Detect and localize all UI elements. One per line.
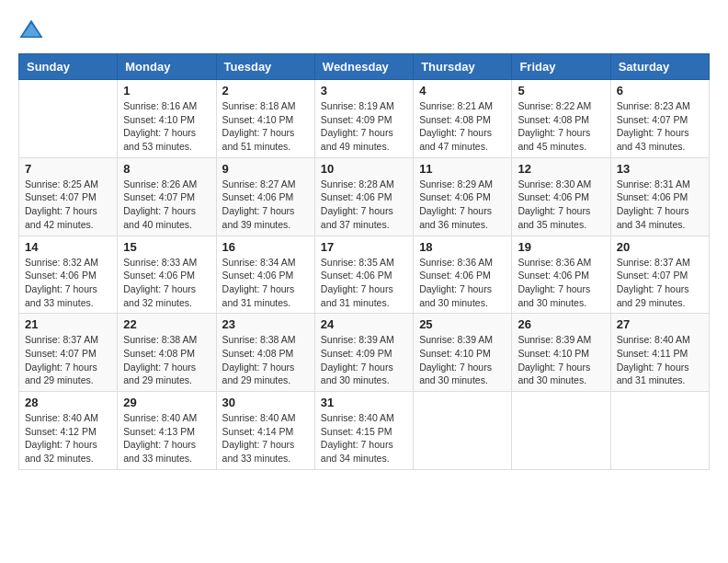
day-number: 2 bbox=[222, 84, 309, 98]
calendar-cell: 7Sunrise: 8:25 AM Sunset: 4:07 PM Daylig… bbox=[19, 157, 118, 236]
calendar-cell: 8Sunrise: 8:26 AM Sunset: 4:07 PM Daylig… bbox=[118, 157, 216, 236]
day-number: 24 bbox=[321, 317, 407, 331]
day-info: Sunrise: 8:26 AM Sunset: 4:07 PM Dayligh… bbox=[123, 178, 210, 232]
day-number: 18 bbox=[419, 240, 506, 254]
calendar-cell: 24Sunrise: 8:39 AM Sunset: 4:09 PM Dayli… bbox=[314, 314, 413, 392]
day-info: Sunrise: 8:29 AM Sunset: 4:06 PM Dayligh… bbox=[419, 178, 506, 232]
calendar-cell bbox=[414, 392, 512, 470]
calendar-cell: 29Sunrise: 8:40 AM Sunset: 4:13 PM Dayli… bbox=[118, 392, 216, 470]
week-row-2: 7Sunrise: 8:25 AM Sunset: 4:07 PM Daylig… bbox=[19, 157, 710, 236]
day-number: 15 bbox=[123, 240, 210, 254]
day-number: 5 bbox=[518, 84, 604, 98]
day-info: Sunrise: 8:39 AM Sunset: 4:10 PM Dayligh… bbox=[518, 333, 604, 387]
calendar-cell: 28Sunrise: 8:40 AM Sunset: 4:12 PM Dayli… bbox=[19, 392, 118, 470]
day-info: Sunrise: 8:25 AM Sunset: 4:07 PM Dayligh… bbox=[25, 178, 111, 232]
day-number: 1 bbox=[123, 84, 210, 98]
col-header-sunday: Sunday bbox=[19, 54, 118, 80]
day-number: 28 bbox=[25, 396, 111, 409]
calendar-cell: 5Sunrise: 8:22 AM Sunset: 4:08 PM Daylig… bbox=[512, 80, 610, 158]
day-info: Sunrise: 8:37 AM Sunset: 4:07 PM Dayligh… bbox=[25, 333, 111, 387]
col-header-tuesday: Tuesday bbox=[216, 54, 314, 80]
day-info: Sunrise: 8:27 AM Sunset: 4:06 PM Dayligh… bbox=[222, 178, 309, 232]
week-row-3: 14Sunrise: 8:32 AM Sunset: 4:06 PM Dayli… bbox=[19, 236, 710, 314]
day-number: 20 bbox=[617, 240, 703, 254]
day-info: Sunrise: 8:18 AM Sunset: 4:10 PM Dayligh… bbox=[222, 99, 309, 154]
day-info: Sunrise: 8:35 AM Sunset: 4:06 PM Dayligh… bbox=[321, 256, 407, 310]
calendar-table: SundayMondayTuesdayWednesdayThursdayFrid… bbox=[18, 53, 710, 470]
day-number: 14 bbox=[25, 240, 111, 254]
day-number: 30 bbox=[222, 396, 309, 409]
day-number: 16 bbox=[222, 240, 309, 254]
day-number: 23 bbox=[222, 317, 309, 331]
day-number: 21 bbox=[25, 317, 111, 331]
day-number: 12 bbox=[518, 162, 604, 176]
col-header-monday: Monday bbox=[118, 54, 216, 80]
day-number: 11 bbox=[419, 162, 506, 176]
week-row-5: 28Sunrise: 8:40 AM Sunset: 4:12 PM Dayli… bbox=[19, 392, 710, 470]
week-row-4: 21Sunrise: 8:37 AM Sunset: 4:07 PM Dayli… bbox=[19, 314, 710, 392]
page-header bbox=[18, 18, 710, 44]
calendar-cell: 6Sunrise: 8:23 AM Sunset: 4:07 PM Daylig… bbox=[610, 80, 709, 158]
calendar-cell: 23Sunrise: 8:38 AM Sunset: 4:08 PM Dayli… bbox=[216, 314, 314, 392]
day-number: 9 bbox=[222, 162, 309, 176]
day-info: Sunrise: 8:32 AM Sunset: 4:06 PM Dayligh… bbox=[25, 256, 111, 310]
calendar-cell: 15Sunrise: 8:33 AM Sunset: 4:06 PM Dayli… bbox=[118, 236, 216, 314]
day-info: Sunrise: 8:34 AM Sunset: 4:06 PM Dayligh… bbox=[222, 256, 309, 310]
col-header-friday: Friday bbox=[512, 54, 610, 80]
day-info: Sunrise: 8:37 AM Sunset: 4:07 PM Dayligh… bbox=[617, 256, 703, 310]
calendar-cell bbox=[512, 392, 610, 470]
calendar-cell: 19Sunrise: 8:36 AM Sunset: 4:06 PM Dayli… bbox=[512, 236, 610, 314]
day-number: 4 bbox=[419, 84, 506, 98]
calendar-cell: 16Sunrise: 8:34 AM Sunset: 4:06 PM Dayli… bbox=[216, 236, 314, 314]
calendar-cell: 30Sunrise: 8:40 AM Sunset: 4:14 PM Dayli… bbox=[216, 392, 314, 470]
day-info: Sunrise: 8:36 AM Sunset: 4:06 PM Dayligh… bbox=[518, 256, 604, 310]
calendar-cell bbox=[19, 80, 118, 158]
day-info: Sunrise: 8:40 AM Sunset: 4:15 PM Dayligh… bbox=[321, 411, 407, 465]
calendar-cell: 2Sunrise: 8:18 AM Sunset: 4:10 PM Daylig… bbox=[216, 80, 314, 158]
day-info: Sunrise: 8:36 AM Sunset: 4:06 PM Dayligh… bbox=[419, 256, 506, 310]
calendar-cell: 17Sunrise: 8:35 AM Sunset: 4:06 PM Dayli… bbox=[314, 236, 413, 314]
col-header-thursday: Thursday bbox=[414, 54, 512, 80]
calendar-cell: 13Sunrise: 8:31 AM Sunset: 4:06 PM Dayli… bbox=[610, 157, 709, 236]
day-info: Sunrise: 8:38 AM Sunset: 4:08 PM Dayligh… bbox=[222, 333, 309, 387]
day-number: 8 bbox=[123, 162, 210, 176]
day-info: Sunrise: 8:33 AM Sunset: 4:06 PM Dayligh… bbox=[123, 256, 210, 310]
day-number: 10 bbox=[321, 162, 407, 176]
calendar-cell: 26Sunrise: 8:39 AM Sunset: 4:10 PM Dayli… bbox=[512, 314, 610, 392]
day-number: 26 bbox=[518, 317, 604, 331]
day-info: Sunrise: 8:31 AM Sunset: 4:06 PM Dayligh… bbox=[617, 178, 703, 232]
day-info: Sunrise: 8:38 AM Sunset: 4:08 PM Dayligh… bbox=[123, 333, 210, 387]
day-number: 27 bbox=[617, 317, 703, 331]
day-info: Sunrise: 8:39 AM Sunset: 4:10 PM Dayligh… bbox=[419, 333, 506, 387]
day-info: Sunrise: 8:19 AM Sunset: 4:09 PM Dayligh… bbox=[321, 99, 407, 154]
calendar-cell: 12Sunrise: 8:30 AM Sunset: 4:06 PM Dayli… bbox=[512, 157, 610, 236]
calendar-cell: 11Sunrise: 8:29 AM Sunset: 4:06 PM Dayli… bbox=[414, 157, 512, 236]
calendar-cell: 4Sunrise: 8:21 AM Sunset: 4:08 PM Daylig… bbox=[414, 80, 512, 158]
calendar-cell: 9Sunrise: 8:27 AM Sunset: 4:06 PM Daylig… bbox=[216, 157, 314, 236]
col-header-saturday: Saturday bbox=[610, 54, 709, 80]
day-info: Sunrise: 8:21 AM Sunset: 4:08 PM Dayligh… bbox=[419, 99, 506, 154]
day-number: 17 bbox=[321, 240, 407, 254]
day-info: Sunrise: 8:40 AM Sunset: 4:14 PM Dayligh… bbox=[222, 411, 309, 465]
calendar-cell: 10Sunrise: 8:28 AM Sunset: 4:06 PM Dayli… bbox=[314, 157, 413, 236]
day-number: 31 bbox=[321, 396, 407, 409]
calendar-cell: 21Sunrise: 8:37 AM Sunset: 4:07 PM Dayli… bbox=[19, 314, 118, 392]
calendar-cell: 3Sunrise: 8:19 AM Sunset: 4:09 PM Daylig… bbox=[314, 80, 413, 158]
logo bbox=[18, 18, 48, 44]
day-info: Sunrise: 8:22 AM Sunset: 4:08 PM Dayligh… bbox=[518, 99, 604, 154]
day-number: 25 bbox=[419, 317, 506, 331]
calendar-cell: 25Sunrise: 8:39 AM Sunset: 4:10 PM Dayli… bbox=[414, 314, 512, 392]
day-info: Sunrise: 8:23 AM Sunset: 4:07 PM Dayligh… bbox=[617, 99, 703, 154]
day-number: 13 bbox=[617, 162, 703, 176]
calendar-cell: 1Sunrise: 8:16 AM Sunset: 4:10 PM Daylig… bbox=[118, 80, 216, 158]
header-row: SundayMondayTuesdayWednesdayThursdayFrid… bbox=[19, 54, 710, 80]
day-info: Sunrise: 8:40 AM Sunset: 4:13 PM Dayligh… bbox=[123, 411, 210, 465]
col-header-wednesday: Wednesday bbox=[314, 54, 413, 80]
day-number: 6 bbox=[617, 84, 703, 98]
calendar-cell: 14Sunrise: 8:32 AM Sunset: 4:06 PM Dayli… bbox=[19, 236, 118, 314]
calendar-cell: 22Sunrise: 8:38 AM Sunset: 4:08 PM Dayli… bbox=[118, 314, 216, 392]
day-info: Sunrise: 8:30 AM Sunset: 4:06 PM Dayligh… bbox=[518, 178, 604, 232]
logo-icon bbox=[18, 18, 44, 44]
calendar-cell: 27Sunrise: 8:40 AM Sunset: 4:11 PM Dayli… bbox=[610, 314, 709, 392]
day-info: Sunrise: 8:39 AM Sunset: 4:09 PM Dayligh… bbox=[321, 333, 407, 387]
